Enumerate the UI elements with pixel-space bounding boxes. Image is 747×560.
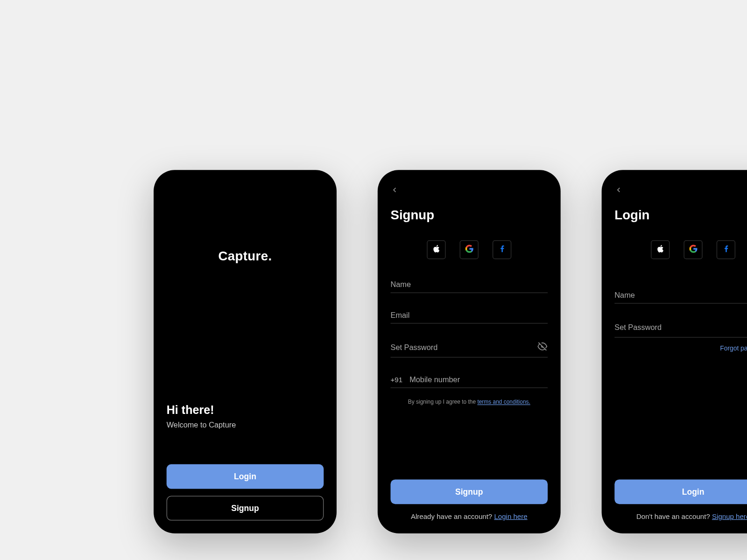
mobile-label: Mobile number <box>409 375 460 384</box>
password-field[interactable]: Set Password <box>390 336 548 357</box>
password-label: Set Password <box>614 323 662 332</box>
facebook-login-button[interactable] <box>493 240 511 259</box>
signup-here-link[interactable]: Signup here <box>712 512 747 521</box>
password-field[interactable]: Set Password <box>614 316 747 337</box>
password-label: Set Password <box>390 343 437 352</box>
name-field[interactable]: Name <box>614 286 747 304</box>
social-login-row <box>614 240 747 259</box>
facebook-login-button[interactable] <box>717 240 735 259</box>
apple-login-button[interactable] <box>651 240 669 259</box>
switch-to-signup: Don't have an account? Signup here <box>614 512 747 521</box>
eye-off-icon[interactable] <box>537 341 548 353</box>
terms-prefix: By signing up I agree to the <box>408 399 478 405</box>
switch-prefix: Already have an account? <box>411 512 494 521</box>
apple-login-button[interactable] <box>427 240 445 259</box>
back-icon[interactable] <box>390 185 402 196</box>
greeting-block: Hi there! Welcome to Capture <box>167 403 324 429</box>
signup-submit-button[interactable]: Signup <box>390 479 548 504</box>
social-login-row <box>390 240 548 259</box>
brand-logo: Capture. <box>167 249 324 264</box>
login-screen: Login Name Set Password Forgot password?… <box>602 170 747 533</box>
email-label: Email <box>390 311 409 320</box>
google-icon <box>465 244 473 255</box>
switch-prefix: Don't have an account? <box>636 512 712 521</box>
apple-icon <box>656 244 665 255</box>
greeting-title: Hi there! <box>167 403 324 417</box>
login-button[interactable]: Login <box>167 464 324 489</box>
greeting-subtitle: Welcome to Capture <box>167 420 324 429</box>
apple-icon <box>432 244 441 255</box>
login-submit-button[interactable]: Login <box>614 479 747 504</box>
name-label: Name <box>614 291 635 300</box>
login-here-link[interactable]: Login here <box>494 512 527 521</box>
country-code: +91 <box>390 375 402 384</box>
signup-screen: Signup Name Email Set Password +91 <box>378 170 561 533</box>
name-field[interactable]: Name <box>390 275 548 293</box>
switch-to-login: Already have an account? Login here <box>390 512 548 521</box>
google-icon <box>689 244 698 255</box>
email-field[interactable]: Email <box>390 306 548 324</box>
name-label: Name <box>390 280 411 289</box>
terms-link[interactable]: terms and conditions. <box>477 399 530 405</box>
page-title: Login <box>614 208 747 223</box>
signup-button[interactable]: Signup <box>167 496 324 521</box>
google-login-button[interactable] <box>684 240 702 259</box>
welcome-screen: Capture. Hi there! Welcome to Capture Lo… <box>154 170 337 533</box>
back-icon[interactable] <box>614 185 626 196</box>
page-title: Signup <box>390 208 548 223</box>
google-login-button[interactable] <box>460 240 479 259</box>
facebook-icon <box>722 244 731 255</box>
facebook-icon <box>498 244 507 255</box>
terms-text: By signing up I agree to the terms and c… <box>390 399 548 405</box>
mobile-field[interactable]: +91 Mobile number <box>390 371 548 388</box>
forgot-password-link[interactable]: Forgot password? <box>614 345 747 352</box>
